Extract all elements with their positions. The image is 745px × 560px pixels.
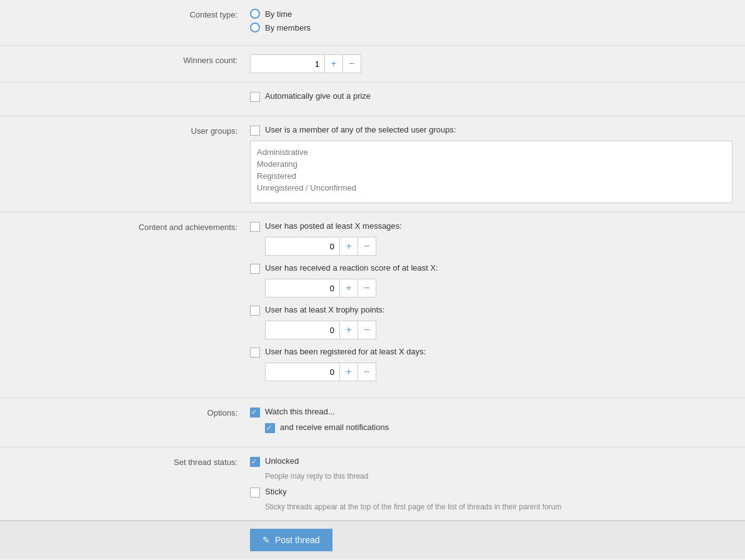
watch-thread-checkbox-label[interactable]: Watch this thread...	[250, 407, 732, 418]
registered-days-checkbox-label[interactable]: User has been registered for at least X …	[250, 347, 732, 358]
reaction-input-group: + −	[265, 279, 390, 298]
thread-status-row: Set thread status: Unlocked People may r…	[0, 448, 745, 521]
group-administrative[interactable]: Administrative	[257, 146, 726, 158]
user-groups-row: User groups: User is a member of any of …	[0, 116, 745, 212]
winners-count-label: Winners count:	[0, 54, 250, 65]
sticky-group: Sticky Sticky threads appear at the top …	[250, 487, 732, 511]
radio-circle-by-time	[250, 9, 260, 19]
watch-thread-checkbox[interactable]	[250, 408, 260, 418]
trophy-input-group: + −	[265, 321, 390, 339]
user-groups-content: User is a member of any of the selected …	[250, 125, 745, 203]
sticky-checkbox[interactable]	[250, 488, 260, 498]
winners-count-content: + −	[250, 54, 745, 73]
trophy-input[interactable]	[265, 321, 340, 339]
messages-input[interactable]	[265, 237, 340, 256]
form-area: Contest type: By time By members Winners…	[0, 0, 745, 521]
email-notifications-checkbox[interactable]	[265, 423, 275, 433]
winners-count-row: Winners count: + −	[0, 46, 745, 82]
thread-status-label: Set thread status:	[0, 456, 250, 467]
registered-days-decrement[interactable]: −	[358, 362, 376, 381]
auto-prize-content: Automatically give out a prize	[250, 91, 745, 107]
options-label: Options:	[0, 407, 250, 418]
reaction-sub-row: User has received a reaction score of at…	[250, 263, 732, 298]
messages-increment[interactable]: +	[339, 237, 358, 256]
radio-circle-by-members	[250, 22, 260, 32]
reaction-increment[interactable]: +	[339, 279, 358, 298]
options-row: Options: Watch this thread... and receiv…	[0, 398, 745, 448]
post-thread-button[interactable]: ✎ Post thread	[250, 529, 332, 551]
radio-by-members[interactable]: By members	[250, 22, 732, 32]
trophy-increment[interactable]: +	[339, 321, 358, 339]
registered-days-input[interactable]	[265, 362, 340, 381]
auto-prize-label	[0, 91, 250, 92]
registered-days-checkbox[interactable]	[250, 348, 260, 358]
messages-input-group: + −	[265, 237, 390, 256]
reaction-decrement[interactable]: −	[358, 279, 376, 298]
content-achievements-label: Content and achievements:	[0, 221, 250, 232]
trophy-checkbox[interactable]	[250, 306, 260, 316]
winners-count-input[interactable]	[250, 54, 325, 73]
unlocked-description: People may reply to this thread	[265, 472, 732, 481]
group-moderating[interactable]: Moderating	[257, 158, 726, 170]
unlocked-group: Unlocked People may reply to this thread	[250, 456, 732, 481]
footer-bar: ✎ Post thread	[0, 521, 745, 559]
radio-by-time[interactable]: By time	[250, 9, 732, 19]
unlocked-checkbox-label[interactable]: Unlocked	[250, 456, 732, 467]
post-thread-icon: ✎	[262, 535, 270, 545]
group-unregistered[interactable]: Unregistered / Unconfirmed	[257, 182, 726, 194]
group-registered[interactable]: Registered	[257, 170, 726, 182]
main-container: Contest type: By time By members Winners…	[0, 0, 745, 560]
auto-prize-checkbox[interactable]	[250, 92, 260, 102]
winners-count-input-group: + −	[250, 54, 375, 73]
unlocked-checkbox[interactable]	[250, 457, 260, 467]
thread-status-content: Unlocked People may reply to this thread…	[250, 456, 745, 511]
messages-checkbox[interactable]	[250, 222, 260, 232]
messages-decrement[interactable]: −	[358, 237, 376, 256]
email-notifications-checkbox-label[interactable]: and receive email notifications	[265, 422, 732, 433]
contest-type-label: Contest type:	[0, 9, 250, 19]
contest-type-row: Contest type: By time By members	[0, 0, 745, 46]
reaction-input[interactable]	[265, 279, 340, 298]
user-groups-label: User groups:	[0, 125, 250, 136]
content-achievements-row: Content and achievements: User has poste…	[0, 212, 745, 398]
sticky-description: Sticky threads appear at the top of the …	[265, 502, 732, 511]
auto-prize-checkbox-label[interactable]: Automatically give out a prize	[250, 91, 732, 102]
reaction-checkbox[interactable]	[250, 264, 260, 274]
registered-days-input-group: + −	[265, 362, 390, 381]
registered-days-sub-row: User has been registered for at least X …	[250, 347, 732, 381]
content-achievements-content: User has posted at least X messages: + −…	[250, 221, 745, 389]
auto-prize-row: Automatically give out a prize	[0, 82, 745, 116]
contest-type-content: By time By members	[250, 9, 745, 36]
winners-count-decrement[interactable]: −	[342, 54, 361, 73]
sticky-checkbox-label[interactable]: Sticky	[250, 487, 732, 498]
trophy-checkbox-label[interactable]: User has at least X trophy points:	[250, 305, 732, 316]
user-groups-list: Administrative Moderating Registered Unr…	[250, 141, 732, 203]
winners-count-increment[interactable]: +	[324, 54, 343, 73]
reaction-checkbox-label[interactable]: User has received a reaction score of at…	[250, 263, 732, 274]
messages-sub-row: User has posted at least X messages: + −	[250, 221, 732, 256]
trophy-sub-row: User has at least X trophy points: + −	[250, 305, 732, 339]
registered-days-increment[interactable]: +	[339, 362, 358, 381]
user-groups-checkbox[interactable]	[250, 126, 260, 136]
options-content: Watch this thread... and receive email n…	[250, 407, 745, 438]
messages-checkbox-label[interactable]: User has posted at least X messages:	[250, 221, 732, 232]
post-thread-label: Post thread	[275, 535, 320, 545]
trophy-decrement[interactable]: −	[358, 321, 376, 339]
user-groups-checkbox-label[interactable]: User is a member of any of the selected …	[250, 125, 732, 136]
